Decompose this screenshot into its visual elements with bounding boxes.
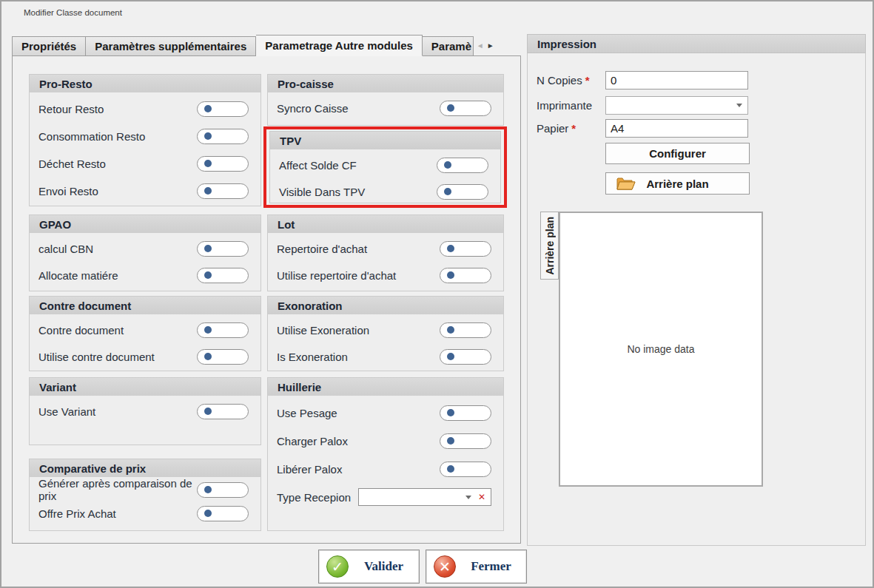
envoi-resto-toggle[interactable] — [197, 183, 249, 199]
group-pro-caisse: Pro-caisseSyncro Caisse — [267, 74, 504, 126]
utilise-repertoire-d-achat-toggle[interactable] — [440, 268, 491, 283]
configurer-button[interactable]: Configurer — [605, 143, 750, 164]
group-title: GPAO — [30, 218, 71, 231]
fermer-button[interactable]: ✕ Fermer — [426, 550, 527, 584]
option-label-utilise-exoneration: Utilise Exoneration — [277, 324, 369, 337]
toggle-knob — [204, 486, 212, 493]
group-tpv: TPVAffect Solde CFVisible Dans TPV — [269, 131, 501, 203]
charger-palox-toggle[interactable] — [440, 433, 491, 449]
chevron-down-icon[interactable] — [465, 496, 471, 499]
option-label-is-exoneration: Is Exoneration — [277, 351, 348, 363]
toggle-knob — [447, 271, 454, 279]
toggle-knob — [447, 465, 454, 473]
toggle-knob — [447, 437, 454, 445]
tab-scroll-arrows: ◄ ► — [477, 42, 494, 50]
no-image-text: No image data — [627, 343, 694, 355]
option-row: Type Recepion✕ — [268, 486, 503, 508]
option-label-type-recepion: Type Recepion — [277, 491, 351, 504]
type-recepion-combobox[interactable]: ✕ — [358, 488, 491, 506]
group-comparative-de-prix: Comparative de prixGénérer après compara… — [29, 459, 261, 531]
group-title: Comparative de prix — [30, 462, 146, 475]
syncro-caisse-toggle[interactable] — [440, 101, 491, 116]
option-row: Utilise Exoneration — [268, 319, 503, 341]
allocate-mati-re-toggle[interactable] — [197, 268, 249, 283]
visible-dans-tpv-toggle[interactable] — [437, 184, 488, 200]
valider-button[interactable]: ✓ Valider — [318, 550, 420, 584]
group-title: Contre document — [30, 300, 131, 312]
option-row: Libérer Palox — [268, 458, 503, 480]
group-variant: VariantUse Variant — [29, 377, 261, 445]
calcul-cbn-toggle[interactable] — [197, 241, 249, 257]
group-gpao: GPAOcalcul CBNAllocate matiére — [29, 214, 261, 291]
option-row: Offre Prix Achat — [30, 502, 260, 524]
option-label-repertoire-d-achat: Repertoire d'achat — [277, 243, 367, 255]
option-row: Déchet Resto — [30, 152, 260, 175]
toggle-knob — [447, 409, 454, 416]
group-title: TPV — [270, 135, 301, 147]
field-label-papier: Papier* — [537, 119, 576, 138]
field-label-imprimante: Imprimante — [537, 96, 592, 115]
option-label-retour-resto: Retour Resto — [38, 103, 104, 115]
utilise-contre-document-toggle[interactable] — [197, 349, 249, 365]
use-pesage-toggle[interactable] — [440, 405, 491, 421]
option-label-utilise-repertoire-d-achat: Utilise repertoire d'achat — [277, 269, 396, 282]
tab-arriere-plan-vertical[interactable]: Arrière plan — [540, 212, 559, 280]
retour-resto-toggle[interactable] — [197, 101, 249, 117]
impression-header: Impression — [527, 34, 866, 53]
clear-icon[interactable]: ✕ — [478, 493, 485, 501]
tab-param[interactable]: Paramè — [423, 36, 474, 56]
group-huillerie: HuillerieUse PesageCharger PaloxLibérer … — [267, 377, 504, 531]
option-row: Consommation Resto — [30, 125, 260, 147]
repertoire-d-achat-toggle[interactable] — [440, 241, 491, 257]
g-n-rer-apr-s-comparaison-de-prix-toggle[interactable] — [197, 482, 249, 498]
lib-rer-palox-toggle[interactable] — [440, 462, 491, 477]
close-icon: ✕ — [434, 555, 456, 578]
dialog-modifier-classe-document: Modifier Classe document PropriétésParam… — [0, 0, 874, 588]
option-row: Repertoire d'achat — [268, 237, 503, 260]
affect-solde-cf-toggle[interactable] — [437, 158, 488, 173]
tab-propri-t-s[interactable]: Propriétés — [12, 36, 86, 56]
imprimante-combobox[interactable] — [605, 96, 748, 115]
toggle-knob — [447, 353, 454, 360]
impression-panel: Impression N Copies*ImprimantePapier* Co… — [527, 34, 866, 546]
option-label-contre-document: Contre document — [38, 324, 124, 337]
toggle-knob — [447, 245, 454, 252]
n-copies-input[interactable] — [605, 71, 748, 89]
required-asterisk: * — [571, 122, 576, 135]
option-label-affect-solde-cf: Affect Solde CF — [279, 159, 357, 172]
group-exonoration: ExonorationUtilise ExonerationIs Exonera… — [267, 296, 504, 371]
option-row: Syncro Caisse — [268, 97, 503, 119]
papier-input[interactable] — [605, 119, 748, 138]
group-title: Huillerie — [268, 381, 321, 393]
tab-scroll-right-icon[interactable]: ► — [487, 42, 494, 50]
impression-field-row: Imprimante — [537, 96, 858, 115]
group-lot: LotRepertoire d'achatUtilise repertoire … — [267, 214, 504, 291]
group-pro-resto: Pro-RestoRetour RestoConsommation RestoD… — [29, 74, 261, 206]
toggle-knob — [444, 188, 451, 195]
group-title: Pro-Resto — [30, 78, 93, 90]
option-label-lib-rer-palox: Libérer Palox — [277, 463, 342, 476]
option-row: Use Pesage — [268, 402, 503, 424]
contre-document-toggle[interactable] — [197, 322, 249, 338]
offre-prix-achat-toggle[interactable] — [197, 506, 249, 521]
toggle-knob — [204, 245, 212, 252]
option-label-utilise-contre-document: Utilise contre document — [38, 351, 155, 363]
chevron-down-icon[interactable] — [736, 104, 742, 107]
is-exoneration-toggle[interactable] — [440, 349, 491, 365]
option-label-calcul-cbn: calcul CBN — [38, 243, 93, 255]
utilise-exoneration-toggle[interactable] — [440, 322, 491, 338]
option-label-allocate-mati-re: Allocate matiére — [38, 269, 118, 282]
toggle-knob — [204, 160, 212, 167]
consommation-resto-toggle[interactable] — [197, 129, 249, 144]
tab-parametrage-autre-modules[interactable]: Parametrage Autre modules — [256, 35, 423, 56]
toggle-knob — [204, 510, 212, 517]
arriere-plan-button[interactable]: Arrière plan — [605, 172, 750, 195]
tab-scroll-left-icon[interactable]: ◄ — [477, 42, 484, 50]
tab-param-tres-suppl-mentaires[interactable]: Paramètres supplémentaires — [86, 36, 256, 56]
d-chet-resto-toggle[interactable] — [197, 156, 249, 172]
window-title: Modifier Classe document — [24, 8, 122, 17]
group-contre-document: Contre documentContre documentUtilise co… — [29, 296, 261, 371]
group-title: Lot — [268, 218, 295, 231]
use-variant-toggle[interactable] — [197, 404, 249, 419]
option-row: Is Exoneration — [268, 345, 503, 368]
